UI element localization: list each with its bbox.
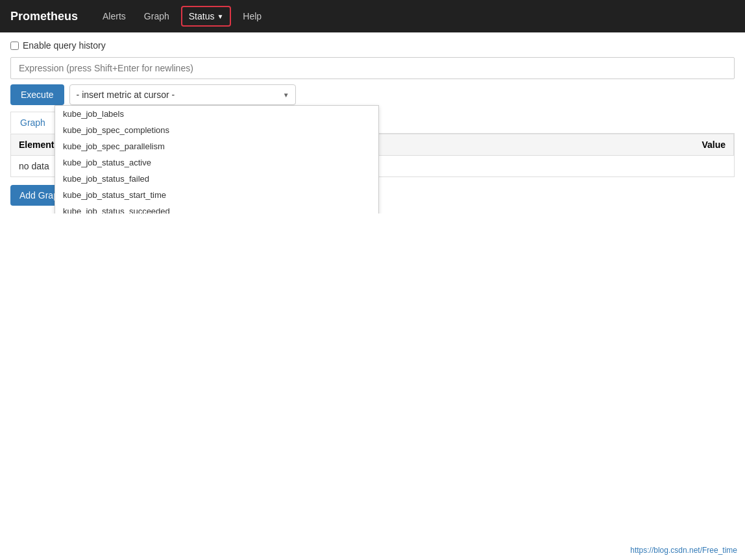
list-item[interactable]: kube_job_spec_completions [55,122,378,138]
metric-select[interactable]: - insert metric at cursor - kube_job_lab… [69,84,296,105]
metric-dropdown-list[interactable]: kube_job_labelskube_job_spec_completions… [55,105,379,213]
nav-graph[interactable]: Graph [135,0,178,32]
metric-select-wrapper: - insert metric at cursor - kube_job_lab… [69,84,296,105]
navbar: Prometheus Alerts Graph Status ▼ Help [0,0,745,32]
status-dropdown-icon: ▼ [217,13,223,20]
list-item[interactable]: kube_job_labels [55,106,378,122]
enable-history-checkbox[interactable] [10,42,19,50]
enable-history-row: Enable query history [10,40,735,51]
list-item[interactable]: kube_job_status_failed [55,171,378,187]
brand: Prometheus [10,10,78,23]
nav-help[interactable]: Help [234,0,271,32]
list-item[interactable]: kube_job_status_succeeded [55,203,378,213]
enable-history-label[interactable]: Enable query history [23,40,106,51]
list-item[interactable]: kube_job_status_active [55,154,378,171]
list-item[interactable]: kube_job_spec_parallelism [55,138,378,154]
nav-alerts[interactable]: Alerts [93,0,135,32]
execute-button[interactable]: Execute [10,84,64,105]
list-item[interactable]: kube_job_status_start_time [55,187,378,203]
toolbar-row: Execute - insert metric at cursor - kube… [10,84,735,105]
nav-status[interactable]: Status ▼ [181,6,232,27]
main-content: Enable query history Execute - insert me… [0,32,745,213]
tab-graph[interactable]: Graph [10,112,55,134]
expression-input[interactable] [10,57,735,79]
